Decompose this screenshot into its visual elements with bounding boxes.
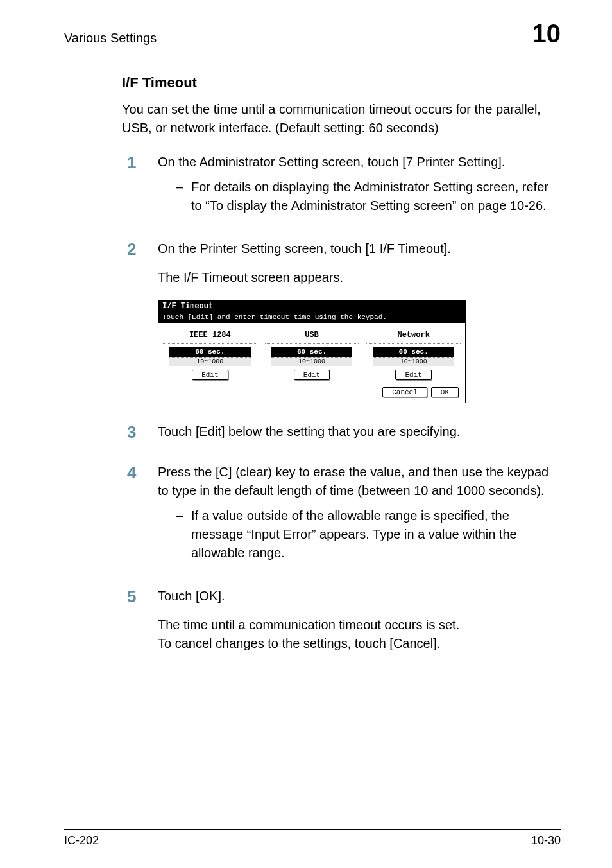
step-5-text: Touch [OK]. [158, 587, 554, 605]
device-col-value: 60 sec. [169, 347, 251, 357]
device-edit-button-network[interactable]: Edit [395, 370, 431, 380]
section-heading: I/F Timeout [122, 74, 554, 91]
step-2-after: The I/F Timeout screen appears. [158, 268, 554, 287]
dash-bullet: – [176, 507, 191, 562]
step-number: 3 [122, 422, 158, 442]
step-1: 1 On the Administrator Setting screen, t… [122, 153, 554, 219]
device-ok-button[interactable]: OK [431, 387, 459, 397]
device-col-network: Network 60 sec. 10~1000 Edit [364, 327, 463, 385]
step-5: 5 Touch [OK]. [122, 587, 554, 607]
footer-model: IC-202 [64, 834, 99, 847]
device-cancel-button[interactable]: Cancel [382, 387, 427, 397]
footer-page-number: 10-30 [531, 834, 561, 847]
device-col-label: USB [265, 329, 359, 344]
step-2-text: On the Printer Setting screen, touch [1 … [158, 239, 554, 258]
step-number: 4 [122, 463, 158, 566]
step-number: 5 [122, 587, 158, 607]
page-header: Various Settings 10 [64, 19, 561, 51]
device-col-range: 10~1000 [373, 357, 454, 366]
device-edit-button-usb[interactable]: Edit [294, 370, 330, 380]
device-col-range: 10~1000 [169, 357, 251, 366]
step-number: 1 [122, 153, 158, 219]
step-3: 3 Touch [Edit] below the setting that yo… [122, 422, 554, 442]
step-number: 2 [122, 239, 158, 259]
step-1-sub-1: For details on displaying the Administra… [191, 178, 554, 215]
step-4: 4 Press the [C] (clear) key to erase the… [122, 463, 554, 566]
device-col-value: 60 sec. [271, 347, 353, 357]
device-col-ieee1284: IEEE 1284 60 sec. 10~1000 Edit [161, 327, 259, 385]
step-4-text: Press the [C] (clear) key to erase the v… [158, 463, 554, 500]
section-intro: You can set the time until a communicati… [122, 100, 554, 137]
step-2: 2 On the Printer Setting screen, touch [… [122, 239, 554, 259]
page-footer: IC-202 10-30 [64, 829, 561, 847]
header-chapter-number: 10 [532, 19, 561, 48]
device-screenshot: I/F Timeout Touch [Edit] and enter timeo… [158, 300, 466, 403]
device-col-label: IEEE 1284 [163, 329, 257, 344]
device-col-range: 10~1000 [271, 357, 353, 366]
device-col-value: 60 sec. [373, 347, 454, 357]
device-subtitle: Touch [Edit] and enter timeout time usin… [158, 313, 465, 323]
device-col-label: Network [366, 329, 461, 344]
header-section-title: Various Settings [64, 31, 157, 46]
step-5-after: The time until a communication timeout o… [158, 616, 554, 653]
step-3-text: Touch [Edit] below the setting that you … [158, 422, 554, 441]
dash-bullet: – [176, 178, 191, 215]
device-edit-button-ieee1284[interactable]: Edit [192, 370, 228, 380]
step-1-text: On the Administrator Setting screen, tou… [158, 153, 554, 171]
device-title: I/F Timeout [158, 300, 465, 313]
step-4-sub-1: If a value outside of the allowable rang… [191, 507, 554, 562]
device-col-usb: USB 60 sec. 10~1000 Edit [263, 327, 361, 385]
